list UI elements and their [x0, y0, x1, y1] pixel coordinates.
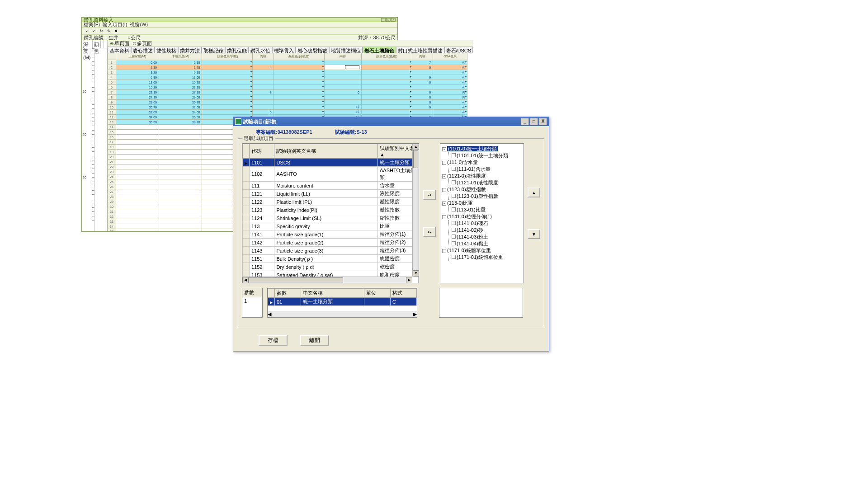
- maximize-button[interactable]: □: [530, 118, 538, 125]
- test-hscroll[interactable]: ◀ ▶: [242, 277, 412, 283]
- expand-icon[interactable]: [452, 241, 456, 245]
- close-icon[interactable]: ×: [391, 18, 396, 22]
- test-row[interactable]: 113Specific gravity比重: [243, 222, 419, 230]
- param-table[interactable]: 參數中文名稱單位格式01統一土壤分類C ◀ ▶: [267, 288, 417, 318]
- scroll-up-icon[interactable]: ▲: [413, 144, 419, 150]
- test-row[interactable]: 1151Bulk Density( ρ )統體密度: [243, 255, 419, 263]
- category-tab[interactable]: 封口式土壤性質描述: [396, 47, 444, 53]
- move-down-button[interactable]: ▼: [528, 229, 540, 239]
- toolbar-button[interactable]: ✖: [113, 28, 119, 34]
- param-index-list[interactable]: 參數 1: [242, 288, 263, 318]
- expand-icon[interactable]: [452, 221, 456, 225]
- tree-node[interactable]: (113-01)比重: [452, 206, 522, 213]
- add-button[interactable]: ->: [423, 190, 436, 200]
- expand-icon[interactable]: -: [442, 202, 446, 206]
- transfer-buttons: -> <-: [423, 143, 436, 283]
- expand-icon[interactable]: -: [442, 147, 446, 151]
- expand-icon[interactable]: -: [442, 249, 446, 253]
- category-tab[interactable]: 岩心破裂指數: [296, 47, 329, 53]
- category-tab[interactable]: 雙性規格: [155, 47, 178, 53]
- test-list-table[interactable]: 代碼試驗類別英文名稱試驗類別中文名 ▲1101USCS統一土壤分類1102AAS…: [242, 143, 419, 283]
- tree-node[interactable]: -(113-0)比重(113-01)比重: [442, 200, 522, 213]
- category-tab[interactable]: 岩石土壤顏色: [363, 47, 396, 53]
- min-icon[interactable]: _: [381, 18, 386, 22]
- close-button[interactable]: X: [539, 118, 547, 125]
- radio-single[interactable]: 單頁面: [110, 40, 129, 47]
- expand-icon[interactable]: [452, 228, 456, 232]
- expand-icon[interactable]: -: [442, 161, 446, 165]
- category-tab[interactable]: 基本資料: [108, 47, 131, 53]
- radio-multi[interactable]: 多頁面: [133, 40, 152, 47]
- tree-node[interactable]: (111-01)含水量: [452, 166, 522, 173]
- category-tab[interactable]: 岩心描述: [131, 47, 155, 53]
- max-icon[interactable]: □: [386, 18, 391, 22]
- category-tab[interactable]: 鑽井方法: [178, 47, 202, 53]
- category-tab[interactable]: 岩石/USCS: [444, 47, 473, 53]
- test-row[interactable]: 1123Plasticity index(PI)塑性指數: [243, 206, 419, 214]
- tree-node[interactable]: (1141-04)黏土: [452, 240, 522, 247]
- test-row[interactable]: 1142Particle size grade(2)粒徑分佈(2): [243, 239, 419, 247]
- test-row[interactable]: 1143Particle size grade(3)粒徑分佈(3): [243, 247, 419, 255]
- category-tab[interactable]: 標準貫入: [272, 47, 296, 53]
- tree-node[interactable]: (1171-01)統體單位重: [452, 254, 522, 261]
- tree-node[interactable]: (1123-01)塑性指數: [452, 193, 522, 200]
- dialog-icon: [235, 118, 241, 125]
- category-tab[interactable]: 鑽孔水位: [249, 47, 272, 53]
- test-row[interactable]: 1141Particle size grade(1)粒徑分佈(1): [243, 230, 419, 239]
- tree-node[interactable]: -(111-0)含水量(111-01)含水量: [442, 159, 522, 173]
- tree-node[interactable]: -(1123-0)塑性指數(1123-01)塑性指數: [442, 186, 522, 200]
- menu-item[interactable]: 視窗(W): [130, 21, 148, 28]
- expand-icon[interactable]: [452, 235, 456, 239]
- menu-item[interactable]: 檔案(F): [84, 21, 100, 28]
- remove-button[interactable]: <-: [423, 227, 436, 237]
- scroll-left-icon[interactable]: ◀: [242, 277, 249, 283]
- toolbar-button[interactable]: ✓: [91, 28, 97, 34]
- expand-icon[interactable]: [452, 255, 456, 259]
- test-row[interactable]: 1152Dry density ( ρ d)乾密度: [243, 263, 419, 271]
- move-up-button[interactable]: ▲: [528, 188, 540, 197]
- test-row[interactable]: 111Moisture content含水量: [243, 182, 419, 190]
- tree-node[interactable]: (1101-01)統一土壤分類: [452, 152, 522, 159]
- toolbar-button[interactable]: ✎: [105, 28, 112, 34]
- category-tab[interactable]: 鑽孔位能: [225, 47, 249, 53]
- tree-node[interactable]: -(1101-0)統一土壤分類(1101-01)統一土壤分類: [442, 145, 522, 159]
- scroll-right-icon[interactable]: ▶: [413, 311, 417, 317]
- test-row[interactable]: 1122Plastic limit (PL)塑性限度: [243, 198, 419, 206]
- tree-node[interactable]: -(1121-0)液性限度(1121-01)液性限度: [442, 173, 522, 186]
- test-row[interactable]: 1101USCS統一土壤分類: [243, 159, 419, 167]
- test-row[interactable]: 1102AASHTOAASHTO土壤分類: [243, 167, 419, 182]
- test-row[interactable]: 1124Shrinkage Limit (SL)縮性指數: [243, 214, 419, 222]
- selected-tree[interactable]: -(1101-0)統一土壤分類(1101-01)統一土壤分類-(111-0)含水…: [440, 143, 524, 283]
- param-hscroll[interactable]: ◀ ▶: [268, 311, 417, 317]
- category-tab[interactable]: 取樣記錄: [202, 47, 225, 53]
- test-vscroll[interactable]: ▲ ▼: [412, 144, 419, 277]
- close-dialog-button[interactable]: 離開: [300, 335, 329, 346]
- tree-node[interactable]: -(1141-0)粒徑分佈(1)(1141-01)礫石(1141-02)砂(11…: [442, 213, 522, 247]
- scroll-right-icon[interactable]: ▶: [406, 277, 412, 283]
- toolbar-button[interactable]: ✓: [84, 28, 90, 34]
- tree-node[interactable]: -(1171-0)統體單位重(1171-01)統體單位重: [442, 247, 522, 261]
- category-tab[interactable]: 地質描述欄位: [329, 47, 363, 53]
- scroll-thumb[interactable]: [413, 150, 418, 168]
- expand-icon[interactable]: [452, 194, 456, 198]
- expand-icon[interactable]: -: [442, 174, 446, 178]
- scroll-left-icon[interactable]: ◀: [268, 311, 271, 317]
- expand-icon[interactable]: [452, 207, 456, 211]
- scroll-down-icon[interactable]: ▼: [413, 270, 419, 277]
- expand-icon[interactable]: [452, 153, 456, 157]
- tree-node[interactable]: (1141-03)粉土: [452, 234, 522, 240]
- expand-icon[interactable]: -: [442, 188, 446, 192]
- param-index-row[interactable]: 1: [242, 297, 262, 305]
- expand-icon[interactable]: -: [442, 215, 446, 219]
- expand-icon[interactable]: [452, 180, 456, 184]
- expand-icon[interactable]: [452, 167, 456, 171]
- fieldset-legend: 選取試驗項目: [242, 135, 275, 142]
- toolbar-button[interactable]: ↻: [98, 28, 104, 34]
- tree-node[interactable]: (1121-01)液性限度: [452, 179, 522, 186]
- save-button[interactable]: 存檔: [259, 335, 288, 346]
- minimize-button[interactable]: _: [521, 118, 529, 125]
- test-row[interactable]: 1121Liquid limit (LL)液性限度: [243, 190, 419, 198]
- tree-node[interactable]: (1141-01)礫石: [452, 220, 522, 227]
- tree-node[interactable]: (1141-02)砂: [452, 227, 522, 234]
- menu-item[interactable]: 輸入項目(I): [103, 21, 127, 28]
